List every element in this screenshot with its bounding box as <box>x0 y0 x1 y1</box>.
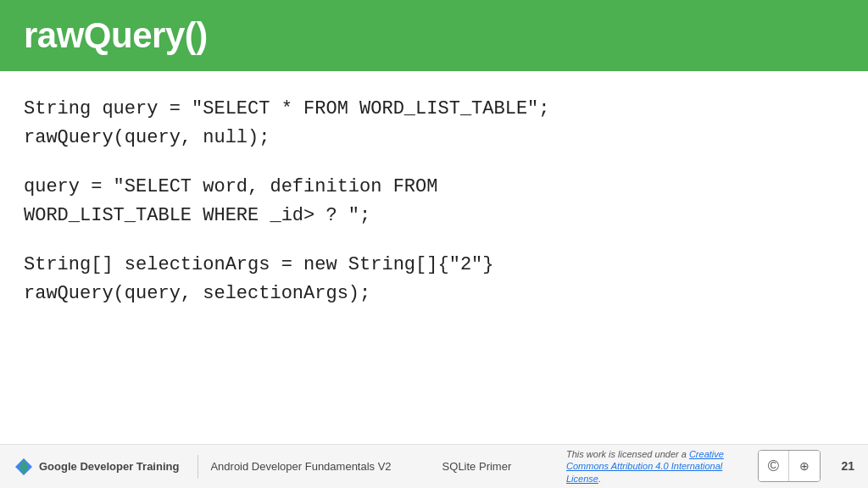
footer-course-label: Android Developer Fundamentals V2 <box>210 460 391 473</box>
footer-left: Google Developer Training <box>14 455 210 479</box>
google-logo: Google Developer Training <box>14 457 179 477</box>
code-section-2: query = "SELECT word, definition FROM WO… <box>24 173 844 230</box>
slide-body: String query = "SELECT * FROM WORD_LIST_… <box>0 71 868 444</box>
footer-center: Android Developer Fundamentals V2 SQLite… <box>210 460 566 473</box>
code-line: String[] selectionArgs = new String[]{"2… <box>24 251 844 280</box>
cc-icon: © <box>759 451 789 481</box>
code-section-3: String[] selectionArgs = new String[]{"2… <box>24 251 844 308</box>
page-number: 21 <box>834 459 854 473</box>
code-line: String query = "SELECT * FROM WORD_LIST_… <box>24 95 844 124</box>
slide-footer: Google Developer Training Android Develo… <box>0 444 868 488</box>
code-content: String query = "SELECT * FROM WORD_LIST_… <box>24 95 844 309</box>
cc-by-icon: ⊕ <box>789 451 820 481</box>
license-text: This work is licensed under a Creative C… <box>566 448 744 485</box>
google-icon <box>14 457 34 477</box>
slide-header: rawQuery() <box>0 0 868 71</box>
svg-marker-1 <box>19 458 28 475</box>
code-line: rawQuery(query, selectionArgs); <box>24 280 844 308</box>
brand-label: Google Developer Training <box>39 460 179 473</box>
footer-right: This work is licensed under a Creative C… <box>566 448 854 485</box>
code-line: rawQuery(query, null); <box>24 124 844 152</box>
license-prefix: This work is licensed under a <box>566 449 689 459</box>
cc-badge: © ⊕ <box>758 450 821 482</box>
code-line: query = "SELECT word, definition FROM <box>24 173 844 202</box>
slide-title: rawQuery() <box>24 15 208 55</box>
code-section-1: String query = "SELECT * FROM WORD_LIST_… <box>24 95 844 152</box>
code-line: WORD_LIST_TABLE WHERE _id> ? "; <box>24 202 844 230</box>
footer-topic-label: SQLite Primer <box>442 460 512 473</box>
footer-divider <box>198 455 198 479</box>
